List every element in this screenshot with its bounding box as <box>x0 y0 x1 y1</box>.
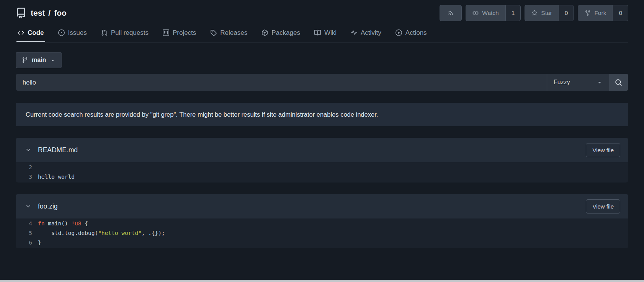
watch-button[interactable]: Watch <box>466 5 505 21</box>
tab-projects[interactable]: Projects <box>162 24 197 42</box>
repo-header: test / foo Watch 1 Star 0 <box>16 0 628 21</box>
tab-label: Releases <box>220 29 247 37</box>
search-submit-button[interactable] <box>609 74 628 91</box>
code-line: 4fn main() !u8 { <box>16 219 628 228</box>
code-search-bar: Fuzzy <box>16 73 628 91</box>
branch-row: main <box>16 52 628 68</box>
fork-button[interactable]: Fork <box>578 5 613 21</box>
code-segment-default: , .{}); <box>142 230 165 236</box>
line-number[interactable]: 2 <box>16 163 38 172</box>
code-segment-string: "hello world" <box>98 230 142 236</box>
pulse-icon <box>351 29 357 36</box>
branch-selector-button[interactable]: main <box>16 52 62 68</box>
tab-label: Packages <box>271 29 300 37</box>
tab-label: Activity <box>361 29 381 37</box>
watch-label: Watch <box>482 10 499 16</box>
caret-down-icon <box>50 57 56 63</box>
package-icon <box>262 29 268 36</box>
result-header: README.mdView file <box>16 138 628 162</box>
search-input[interactable] <box>16 74 547 91</box>
eye-icon <box>472 10 479 16</box>
search-mode-value: Fuzzy <box>554 79 570 86</box>
line-number[interactable]: 4 <box>16 219 38 228</box>
git-branch-icon <box>22 57 28 63</box>
view-file-button[interactable]: View file <box>586 143 620 157</box>
result-filename[interactable]: foo.zig <box>38 202 58 210</box>
fork-button-group: Fork 0 <box>578 5 628 21</box>
line-content: } <box>38 238 41 248</box>
code-segment-keyword: !u8 <box>71 220 81 227</box>
tab-code[interactable]: Code <box>16 24 45 42</box>
repo-action-buttons: Watch 1 Star 0 Fork 0 <box>440 5 628 21</box>
view-file-button[interactable]: View file <box>586 199 620 214</box>
search-mode-dropdown[interactable]: Fuzzy <box>547 74 609 91</box>
repo-tab-bar: CodeIssuesPull requestsProjectsReleasesP… <box>16 24 628 42</box>
tab-label: Issues <box>68 29 87 37</box>
page-content: test / foo Watch 1 Star 0 <box>0 0 644 248</box>
result-header: foo.zigView file <box>16 194 628 218</box>
branch-name: main <box>32 57 46 64</box>
star-count[interactable]: 0 <box>559 5 574 21</box>
chevron-down-icon[interactable] <box>24 203 33 209</box>
line-content: hello world <box>38 172 75 182</box>
project-icon <box>163 29 169 36</box>
book-icon <box>314 29 321 36</box>
code-line: 6} <box>16 238 628 248</box>
tab-pull-requests[interactable]: Pull requests <box>100 24 150 42</box>
watch-count[interactable]: 1 <box>505 5 521 21</box>
repository-icon <box>16 8 26 18</box>
code-segment-keyword: fn <box>38 220 44 227</box>
tab-label: Projects <box>173 29 196 37</box>
tab-actions[interactable]: Actions <box>394 24 428 42</box>
tab-label: Actions <box>405 29 427 37</box>
tab-issues[interactable]: Issues <box>57 24 88 42</box>
tab-wiki[interactable]: Wiki <box>313 24 338 42</box>
result-filename[interactable]: README.md <box>38 146 78 154</box>
repo-name-link[interactable]: foo <box>54 8 67 18</box>
search-results: README.mdView file23hello worldfoo.zigVi… <box>16 138 628 248</box>
code-line: 3hello world <box>16 172 628 182</box>
line-content: std.log.debug("hello world", .{}); <box>38 228 165 238</box>
chevron-down-icon[interactable] <box>24 147 33 153</box>
fork-count[interactable]: 0 <box>613 5 628 21</box>
star-label: Star <box>541 10 552 16</box>
fork-label: Fork <box>594 10 606 16</box>
code-segment-default: { <box>82 220 88 227</box>
result-code-block: 23hello world <box>16 162 628 183</box>
search-icon <box>615 79 622 86</box>
rss-icon <box>448 10 454 16</box>
line-number[interactable]: 5 <box>16 228 38 238</box>
tab-activity[interactable]: Activity <box>350 24 382 42</box>
repo-title: test / foo <box>31 8 67 18</box>
dropdown-caret-icon <box>597 79 603 85</box>
rss-feed-button[interactable] <box>440 5 462 21</box>
result-section: README.mdView file23hello world <box>16 138 628 183</box>
repo-title-separator: / <box>48 8 51 18</box>
star-button[interactable]: Star <box>525 5 558 21</box>
line-number[interactable]: 6 <box>16 238 38 248</box>
tab-label: Wiki <box>324 29 337 37</box>
issue-opened-icon <box>58 29 65 36</box>
code-segment-default: hello world <box>38 174 75 180</box>
repo-owner-link[interactable]: test <box>31 8 45 18</box>
tab-label: Code <box>28 29 44 37</box>
code-icon <box>18 29 24 36</box>
watch-button-group: Watch 1 <box>466 5 521 21</box>
tab-label: Pull requests <box>111 29 149 37</box>
line-content: fn main() !u8 { <box>38 219 88 228</box>
page-bottom-strip <box>0 280 644 282</box>
play-icon <box>396 29 402 36</box>
result-code-block: 4fn main() !u8 {5 std.log.debug("hello w… <box>16 218 628 248</box>
code-line: 2 <box>16 163 628 172</box>
result-section: foo.zigView file4fn main() !u8 {5 std.lo… <box>16 194 628 248</box>
git-fork-icon <box>585 10 591 16</box>
star-button-group: Star 0 <box>525 5 574 21</box>
git-pull-request-icon <box>101 29 108 36</box>
line-number[interactable]: 3 <box>16 172 38 182</box>
code-segment-default: std.log.debug( <box>38 230 98 236</box>
tab-releases[interactable]: Releases <box>209 24 248 42</box>
code-segment-default: } <box>38 240 41 246</box>
star-icon <box>531 10 538 16</box>
code-line: 5 std.log.debug("hello world", .{}); <box>16 228 628 238</box>
tab-packages[interactable]: Packages <box>260 24 301 42</box>
